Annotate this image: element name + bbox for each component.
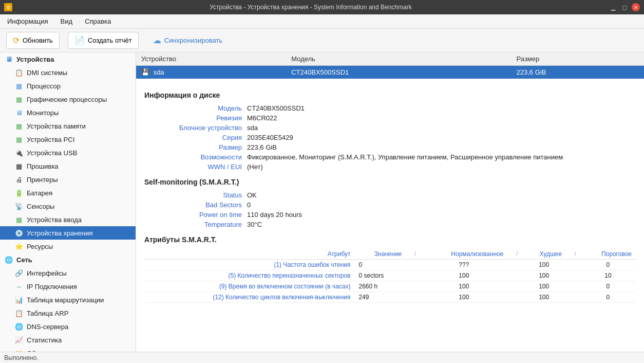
sidebar: 🖥 Устройства 📋 DMI системы ▦ Процессор ▦…	[0, 52, 136, 352]
smart-attr-normalized: 100	[420, 281, 507, 292]
label-bad-sectors[interactable]: Bad Sectors	[144, 201, 247, 209]
sensors-icon: 📡	[14, 202, 24, 211]
label-wwn[interactable]: WWN / EUI	[144, 163, 247, 171]
label-revision: Ревизия	[144, 114, 247, 122]
smart-divider2	[508, 260, 522, 270]
sidebar-item-ipconn[interactable]: ↔ IP Подключения	[0, 280, 136, 293]
toolbar: ⟳ Обновить 📄 Создать отчёт ☁ Синхронизир…	[0, 29, 644, 52]
sidebar-label-battery: Батарея	[27, 189, 52, 197]
col-device: Устройство	[136, 52, 286, 66]
smart-divider2	[508, 292, 522, 303]
sidebar-item-firmware[interactable]: ▦ Прошивка	[0, 159, 136, 173]
sidebar-item-dmi[interactable]: 📋 DMI системы	[0, 66, 136, 79]
sidebar-item-shares[interactable]: 📁 Общие каталоги	[0, 347, 136, 352]
report-button[interactable]: 📄 Создать отчёт	[68, 32, 139, 49]
disk-icon: 💾	[141, 68, 149, 76]
sidebar-item-interfaces[interactable]: 🔗 Интерфейсы	[0, 266, 136, 280]
refresh-label: Обновить	[23, 37, 53, 44]
sidebar-item-stats[interactable]: 📈 Статистика	[0, 333, 136, 347]
sidebar-item-memory[interactable]: ▦ Устройства памяти	[0, 119, 136, 133]
sidebar-item-cpu[interactable]: ▦ Процессор	[0, 79, 136, 93]
sidebar-item-routing[interactable]: 📊 Таблица маршрутизации	[0, 293, 136, 306]
ipconn-icon: ↔	[14, 282, 24, 291]
smart-divider2	[508, 270, 522, 281]
statusbar: Выполнено.	[0, 352, 644, 363]
value-power-on: 110 days 20 hours	[247, 211, 636, 219]
sidebar-item-network[interactable]: 🌐 Сеть	[0, 253, 136, 266]
sidebar-item-usb[interactable]: 🔌 Устройства USB	[0, 146, 136, 159]
resources-icon: ⭐	[14, 242, 24, 251]
sidebar-label-dns: DNS-сервера	[27, 323, 68, 331]
sidebar-item-dns[interactable]: 🌐 DNS-сервера	[0, 320, 136, 333]
smart-divider2	[508, 281, 522, 292]
sidebar-item-arp[interactable]: 📋 Таблица ARP	[0, 306, 136, 320]
value-features: Фиксированное, Мониторинг (S.M.A.R.T.), …	[247, 153, 636, 161]
sidebar-item-input[interactable]: ▦ Устройства ввода	[0, 213, 136, 226]
value-revision: M6CR022	[247, 114, 636, 122]
smart-attr-row: (12) Количество циклов включения-выключе…	[144, 292, 636, 303]
sidebar-item-printers[interactable]: 🖨 Принтеры	[0, 173, 136, 186]
col-model: Модель	[286, 52, 511, 66]
dns-icon: 🌐	[14, 322, 24, 331]
label-block[interactable]: Блочное устройство	[144, 124, 247, 132]
sidebar-item-devices[interactable]: 🖥 Устройства	[0, 52, 136, 66]
printers-icon: 🖨	[14, 175, 24, 184]
sidebar-item-battery[interactable]: 🔋 Батарея	[0, 186, 136, 199]
sidebar-label-network: Сеть	[16, 256, 32, 264]
sidebar-label-monitors: Мониторы	[27, 109, 59, 117]
smart-divider3	[566, 292, 580, 303]
label-features[interactable]: Возможности	[144, 153, 247, 161]
smart-attr-label[interactable]: (1) Частота ошибок чтения	[144, 260, 354, 270]
minimize-button[interactable]: ▁	[609, 3, 617, 11]
smart-divider1	[406, 270, 420, 281]
report-icon: 📄	[74, 35, 85, 45]
col-attr: Атрибут	[144, 249, 354, 260]
content-area: Устройство Модель Размер 💾 sda CT240BX50…	[136, 52, 644, 352]
dmi-icon: 📋	[14, 68, 24, 77]
menu-view[interactable]: Вид	[55, 15, 78, 27]
col-value: Значение	[354, 249, 406, 260]
report-label: Создать отчёт	[88, 37, 132, 44]
sidebar-item-gpu[interactable]: ▦ Графические процессоры	[0, 93, 136, 106]
smart-attr-threshold: 0	[580, 260, 636, 270]
sidebar-item-storage[interactable]: 💿 Устройства хранения	[0, 226, 136, 240]
sidebar-label-storage: Устройства хранения	[27, 229, 92, 237]
menu-info[interactable]: Информация	[2, 15, 53, 27]
info-row-block: Блочное устройство sda	[144, 124, 636, 132]
memory-icon: ▦	[14, 121, 24, 131]
smart-attr-label[interactable]: (5) Количество переназначенных секторов	[144, 270, 354, 281]
maximize-button[interactable]: ▢	[620, 3, 629, 11]
info-row-serial: Серия 2035E40E5429	[144, 134, 636, 141]
sidebar-item-pci[interactable]: ▦ Устройства PCI	[0, 133, 136, 146]
sync-label: Синхронизировать	[164, 37, 222, 44]
col-threshold: Пороговое	[580, 249, 636, 260]
value-size: 223,6 GiB	[247, 143, 636, 151]
sync-button[interactable]: ☁ Синхронизировать	[147, 32, 229, 48]
refresh-button[interactable]: ⟳ Обновить	[6, 32, 60, 49]
smart-row-temperature: Temperature 30°C	[144, 221, 636, 228]
sidebar-item-monitors[interactable]: 🖥 Мониторы	[0, 106, 136, 119]
device-table: Устройство Модель Размер 💾 sda CT240BX50…	[136, 52, 644, 79]
main-layout: 🖥 Устройства 📋 DMI системы ▦ Процессор ▦…	[0, 52, 644, 352]
label-temperature[interactable]: Temperature	[144, 221, 247, 228]
smart-attr-row: (9) Время во включенном состоянии (в час…	[144, 281, 636, 292]
smart-attr-label[interactable]: (12) Количество циклов включения-выключе…	[144, 292, 354, 303]
disk-info-title: Информация о диске	[144, 91, 636, 99]
sidebar-label-firmware: Прошивка	[27, 162, 59, 170]
sidebar-label-memory: Устройства памяти	[27, 122, 86, 130]
sidebar-item-sensors[interactable]: 📡 Сенсоры	[0, 199, 136, 213]
smart-attr-label[interactable]: (9) Время во включенном состоянии (в час…	[144, 281, 354, 292]
close-button[interactable]: ✕	[632, 3, 640, 11]
titlebar-controls: ▁ ▢ ✕	[609, 3, 640, 11]
status-text: Выполнено.	[4, 354, 38, 361]
label-power-on[interactable]: Power on time	[144, 211, 247, 219]
smart-attr-value: 0	[354, 260, 406, 270]
smart-attr-row: (1) Частота ошибок чтения 0 ??? 100 0	[144, 260, 636, 270]
info-row-size: Размер 223,6 GiB	[144, 143, 636, 151]
input-icon: ▦	[14, 215, 24, 224]
sidebar-item-resources[interactable]: ⭐ Ресурсы	[0, 240, 136, 253]
routing-icon: 📊	[14, 295, 24, 304]
value-temperature: 30°C	[247, 221, 636, 228]
menu-help[interactable]: Справка	[80, 15, 116, 27]
table-row[interactable]: 💾 sda CT240BX500SSD1 223,6 GiB	[136, 66, 644, 79]
